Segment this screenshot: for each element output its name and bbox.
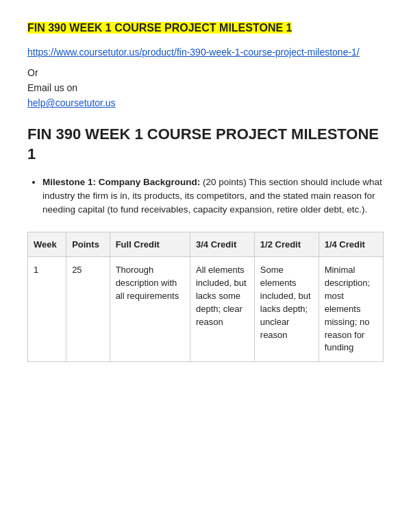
- header-points: Points: [66, 232, 110, 257]
- table-row: 125Thorough description with all require…: [28, 257, 384, 362]
- email-label: Email us on: [27, 82, 384, 93]
- header-week: Week: [28, 232, 66, 257]
- table-header-row: Week Points Full Credit 3/4 Credit 1/2 C…: [28, 232, 384, 257]
- top-title: FIN 390 WEEK 1 COURSE PROJECT MILESTONE …: [27, 22, 292, 34]
- cell-week: 1: [28, 257, 66, 362]
- cell-quarter-credit: Minimal description; most elements missi…: [319, 257, 383, 362]
- product-link[interactable]: https://www.coursetutor.us/product/fin-3…: [27, 47, 360, 58]
- header-full-credit: Full Credit: [110, 232, 190, 257]
- header-half-credit: 1/2 Credit: [254, 232, 319, 257]
- or-text: Or: [27, 67, 384, 78]
- email-link[interactable]: help@coursetutor.us: [27, 97, 116, 108]
- grading-table: Week Points Full Credit 3/4 Credit 1/2 C…: [27, 232, 384, 362]
- bullet-list: Milestone 1: Company Background: (20 poi…: [27, 176, 384, 217]
- cell-full-credit: Thorough description with all requiremen…: [110, 257, 190, 362]
- bullet-item: Milestone 1: Company Background: (20 poi…: [42, 176, 384, 217]
- bullet-item-strong: Milestone 1: Company Background:: [42, 177, 200, 187]
- header-quarter-credit: 1/4 Credit: [319, 232, 383, 257]
- main-heading: FIN 390 WEEK 1 COURSE PROJECT MILESTONE …: [27, 125, 384, 164]
- cell-half-credit: Some elements included, but lacks depth;…: [254, 257, 319, 362]
- top-title-section: FIN 390 WEEK 1 COURSE PROJECT MILESTONE …: [27, 21, 384, 36]
- page-container: FIN 390 WEEK 1 COURSE PROJECT MILESTONE …: [27, 21, 384, 362]
- cell-points: 25: [66, 257, 110, 362]
- link-section: https://www.coursetutor.us/product/fin-3…: [27, 47, 384, 58]
- header-3q-credit: 3/4 Credit: [190, 232, 254, 257]
- cell-3q-credit: All elements included, but lacks some de…: [190, 257, 254, 362]
